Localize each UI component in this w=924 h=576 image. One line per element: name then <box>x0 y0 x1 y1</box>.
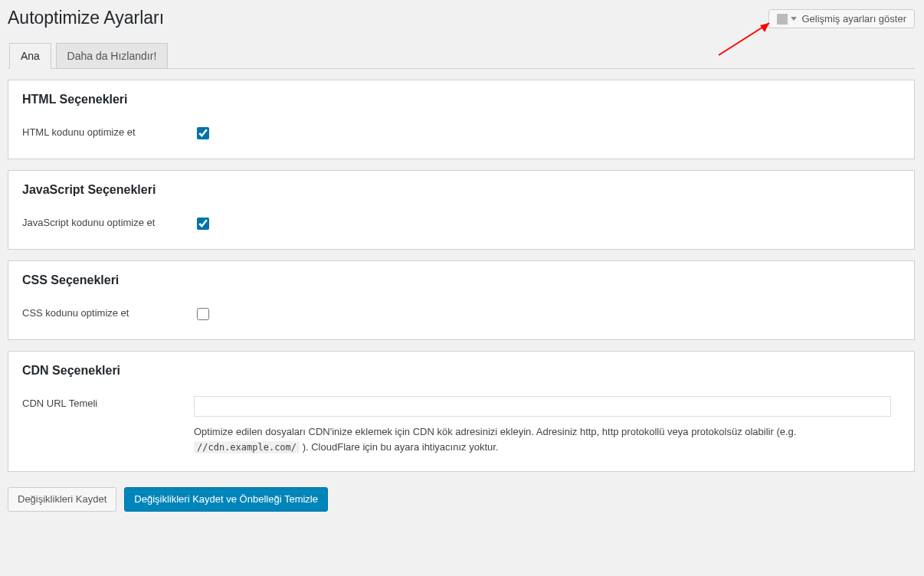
html-optimize-checkbox[interactable] <box>197 127 209 139</box>
save-button[interactable]: Değişiklikleri Kaydet <box>8 487 116 512</box>
caret-down-icon <box>791 17 797 21</box>
button-row: Değişiklikleri Kaydet Değişiklikleri Kay… <box>8 487 915 512</box>
css-optimize-checkbox[interactable] <box>197 308 209 320</box>
cdn-desc-after: ). CloudFlare için bu ayara ihtiyacınız … <box>303 441 499 453</box>
page-title: Autoptimize Ayarları <box>8 8 164 28</box>
cdn-url-input[interactable] <box>194 396 891 417</box>
settings-slider-icon <box>777 14 788 25</box>
panel-cdn-title: CDN Seçenekleri <box>22 364 900 378</box>
cdn-desc-before: Optimize edilen dosyaları CDN'inize ekle… <box>194 426 796 437</box>
css-optimize-label: CSS kodunu optimize et <box>22 306 194 319</box>
html-optimize-label: HTML kodunu optimize et <box>22 125 194 138</box>
js-optimize-label: JavaScript kodunu optimize et <box>22 215 194 228</box>
tab-speedup[interactable]: Daha da Hızlandır! <box>56 43 169 68</box>
panel-js: JavaScript Seçenekleri JavaScript kodunu… <box>8 170 915 250</box>
tab-bar: Ana Daha da Hızlandır! <box>8 38 915 69</box>
save-clear-cache-button[interactable]: Değişiklikleri Kaydet ve Önbelleği Temiz… <box>124 487 328 512</box>
panel-html: HTML Seçenekleri HTML kodunu optimize et <box>8 80 915 159</box>
panel-css-title: CSS Seçenekleri <box>22 273 900 287</box>
panel-cdn: CDN Seçenekleri CDN URL Temeli Optimize … <box>8 351 915 472</box>
show-advanced-button[interactable]: Gelişmiş ayarları göster <box>768 9 915 28</box>
cdn-url-description: Optimize edilen dosyaları CDN'inize ekle… <box>194 424 900 454</box>
cdn-desc-code: //cdn.example.com/ <box>194 441 300 453</box>
panel-html-title: HTML Seçenekleri <box>22 93 900 106</box>
panel-js-title: JavaScript Seçenekleri <box>22 183 900 197</box>
js-optimize-checkbox[interactable] <box>197 218 209 230</box>
tab-main[interactable]: Ana <box>9 43 51 69</box>
panel-css: CSS Seçenekleri CSS kodunu optimize et <box>8 260 915 340</box>
cdn-url-label: CDN URL Temeli <box>22 396 194 409</box>
show-advanced-label: Gelişmiş ayarları göster <box>801 13 906 25</box>
